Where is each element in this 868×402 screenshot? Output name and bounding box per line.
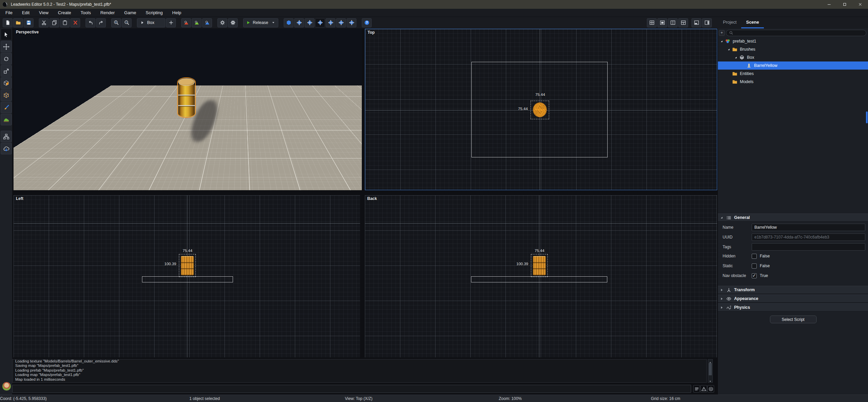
copy-button[interactable] xyxy=(49,18,59,27)
menu-item[interactable]: Scripting xyxy=(141,9,168,17)
gizmo-mode-button-6[interactable] xyxy=(336,18,346,27)
box-brush-outline[interactable] xyxy=(471,276,607,282)
move-tool-button[interactable] xyxy=(1,41,12,52)
hierarchy-tool-button[interactable] xyxy=(1,131,12,142)
gizmo-mode-button-5[interactable] xyxy=(326,18,335,27)
viewport-top[interactable]: 75.44 75.44 Top xyxy=(365,29,717,190)
download-tool-button[interactable] xyxy=(1,143,12,154)
tree-row[interactable]: Brushes xyxy=(718,45,868,53)
barrel-model[interactable] xyxy=(178,82,195,117)
add-primitive-button[interactable] xyxy=(166,18,176,27)
menu-item[interactable]: Render xyxy=(96,9,120,17)
section-header[interactable]: Transform xyxy=(718,286,868,294)
menu-item[interactable]: Create xyxy=(53,9,76,17)
options-button[interactable] xyxy=(217,18,227,27)
primitive-dropdown[interactable]: Box xyxy=(137,18,165,27)
gear-outline-icon xyxy=(220,20,225,25)
zoom-in-button[interactable] xyxy=(111,18,121,27)
toggle-side-panel-button[interactable] xyxy=(702,18,712,27)
close-button[interactable] xyxy=(852,0,868,9)
tab-project[interactable]: Project xyxy=(718,17,741,28)
help-button[interactable]: ? xyxy=(362,18,372,27)
tree-row[interactable]: Models xyxy=(718,78,868,86)
delete-button[interactable] xyxy=(70,18,80,27)
scene-search-input[interactable] xyxy=(735,30,863,35)
toggle-console-panel-button[interactable] xyxy=(691,18,701,27)
log-filter-warnings-button[interactable] xyxy=(700,385,707,393)
tree-row[interactable]: Box xyxy=(718,53,868,61)
property-input[interactable] xyxy=(752,224,865,231)
viewport-left[interactable]: 75.44 100.39 Left xyxy=(14,195,360,357)
gizmo-mode-button-2[interactable] xyxy=(294,18,304,27)
gizmo-mode-button-4[interactable] xyxy=(315,18,325,27)
tree-row[interactable]: prefab_test1 xyxy=(718,37,868,45)
vertex-select-tool-button[interactable] xyxy=(1,90,12,101)
open-map-button[interactable] xyxy=(13,18,23,27)
gizmo-mode-button-7[interactable] xyxy=(347,18,356,27)
checkbox[interactable] xyxy=(752,273,757,278)
undo-button[interactable] xyxy=(86,18,95,27)
viewport-back[interactable]: 75.44 100.39 Back xyxy=(365,195,717,357)
csg-red-button[interactable] xyxy=(181,18,191,27)
scale-tool-button[interactable] xyxy=(1,65,12,77)
layout-split-button[interactable] xyxy=(678,18,688,27)
minimize-button[interactable] xyxy=(821,0,837,9)
gizmo-mode-button-3[interactable] xyxy=(305,18,314,27)
rotate-tool-button[interactable] xyxy=(1,53,12,65)
user-avatar[interactable] xyxy=(2,382,11,391)
face-select-tool-button[interactable] xyxy=(1,77,12,89)
save-map-button[interactable] xyxy=(24,18,33,27)
scroll-down-icon[interactable] xyxy=(709,379,712,382)
select-script-button[interactable]: Select Script xyxy=(770,316,817,323)
section-header[interactable]: Appearance xyxy=(718,295,868,303)
add-item-button[interactable]: + xyxy=(719,30,725,36)
tab-scene[interactable]: Scene xyxy=(741,17,764,28)
select-tool-button[interactable] xyxy=(1,29,12,40)
csg-blue-button[interactable] xyxy=(202,18,212,27)
tree-row[interactable]: Entities xyxy=(718,70,868,78)
console-scrollbar[interactable] xyxy=(708,359,713,383)
expand-caret-icon[interactable] xyxy=(727,48,731,51)
paste-button[interactable] xyxy=(60,18,70,27)
box-brush-outline[interactable] xyxy=(142,276,233,282)
cut-button[interactable] xyxy=(39,18,49,27)
tree-row[interactable]: BarrelYellow xyxy=(718,61,868,70)
console-input[interactable] xyxy=(12,385,691,393)
menu-item[interactable]: Edit xyxy=(17,9,34,17)
layout-columns-button[interactable] xyxy=(668,18,678,27)
expand-caret-icon[interactable] xyxy=(720,40,724,43)
new-map-button[interactable] xyxy=(3,18,13,27)
panel-scrollbar-thumb[interactable] xyxy=(866,111,868,123)
menu-item[interactable]: View xyxy=(34,9,53,17)
menu-item[interactable]: File xyxy=(1,9,17,17)
scroll-up-icon[interactable] xyxy=(709,360,712,363)
layout-single-button[interactable] xyxy=(657,18,667,27)
scrollbar-thumb[interactable] xyxy=(709,363,712,375)
checkbox[interactable] xyxy=(752,263,757,269)
console-log[interactable]: Loading texture "Models/Barrels/Barrel_o… xyxy=(12,359,707,383)
section-header[interactable]: Physics xyxy=(718,303,868,311)
menu-item[interactable]: Game xyxy=(119,9,141,17)
viewport-perspective[interactable]: Perspective xyxy=(14,29,362,190)
layout-quad-button[interactable] xyxy=(647,18,657,27)
paint-tool-button[interactable] xyxy=(1,102,12,113)
gizmo-mode-button-1[interactable] xyxy=(284,18,294,27)
property-input[interactable] xyxy=(752,233,865,241)
csg-green-button[interactable] xyxy=(192,18,202,27)
section-header-general[interactable]: General xyxy=(718,213,868,222)
zoom-out-button[interactable] xyxy=(122,18,132,27)
maximize-button[interactable] xyxy=(837,0,852,9)
scene-search[interactable] xyxy=(726,30,866,36)
menu-item[interactable]: Help xyxy=(167,9,186,17)
expand-caret-icon[interactable] xyxy=(734,56,738,59)
menu-item[interactable]: Tools xyxy=(76,9,95,17)
log-filter-all-button[interactable] xyxy=(693,385,700,393)
checkbox[interactable] xyxy=(752,254,757,259)
selection-box xyxy=(531,101,549,119)
run-mode-dropdown[interactable]: Release xyxy=(243,18,278,27)
settings-button[interactable] xyxy=(228,18,238,27)
property-input[interactable] xyxy=(752,243,865,251)
log-filter-errors-button[interactable] xyxy=(707,385,714,393)
terrain-tool-button[interactable] xyxy=(1,114,12,125)
redo-button[interactable] xyxy=(96,18,106,27)
